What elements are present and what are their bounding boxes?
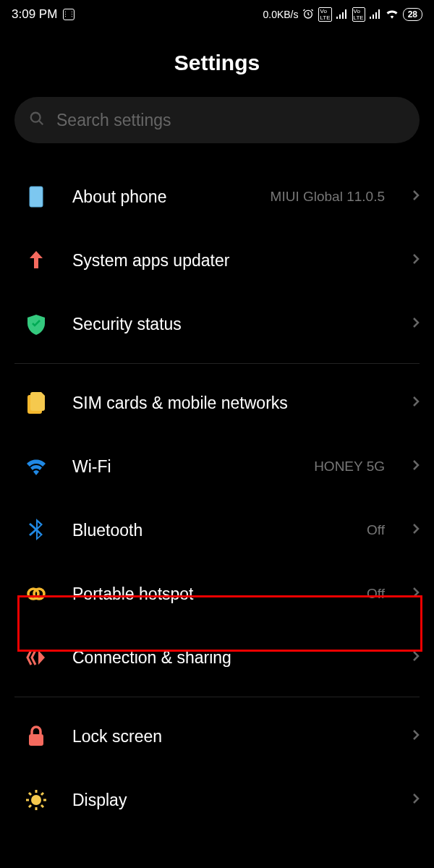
divider (14, 363, 420, 364)
row-label: SIM cards & mobile networks (72, 393, 391, 413)
volte-icon-2: VoLTE (352, 7, 365, 22)
page-title: Settings (0, 51, 434, 75)
row-label: Lock screen (72, 727, 391, 746)
row-label: Connection & sharing (72, 648, 391, 668)
row-system-updater[interactable]: System apps updater (0, 229, 434, 292)
grid-icon: ⋮⋮ (63, 9, 75, 20)
volte-icon-1: VoLTE (318, 7, 331, 22)
status-time: 3:09 PM (12, 7, 57, 22)
lock-icon (22, 726, 51, 747)
row-value: MIUI Global 11.0.5 (271, 189, 385, 205)
row-wifi[interactable]: Wi-Fi HONEY 5G (0, 435, 434, 498)
sim-icon (22, 392, 51, 414)
chevron-right-icon (412, 523, 420, 537)
row-hotspot[interactable]: Portable hotspot Off (0, 562, 434, 626)
shield-icon (22, 313, 51, 335)
row-label: Wi-Fi (72, 457, 292, 477)
svg-point-1 (31, 113, 41, 122)
battery-indicator: 28 (403, 8, 422, 21)
signal-icon-2 (370, 9, 381, 21)
row-label: Security status (72, 315, 391, 334)
chevron-right-icon (412, 459, 420, 474)
row-value: Off (367, 586, 385, 602)
search-input[interactable]: Search settings (14, 97, 420, 143)
bluetooth-icon (22, 519, 51, 542)
svg-point-6 (31, 795, 41, 805)
chevron-right-icon (412, 253, 420, 268)
row-display[interactable]: Display (0, 768, 434, 832)
brightness-icon (22, 789, 51, 811)
phone-icon (22, 186, 51, 208)
chevron-right-icon (412, 317, 420, 331)
row-label: Portable hotspot (72, 584, 345, 604)
row-bluetooth[interactable]: Bluetooth Off (0, 498, 434, 562)
row-security-status[interactable]: Security status (0, 292, 434, 356)
search-icon (29, 111, 45, 129)
alarm-icon (302, 8, 314, 22)
hotspot-icon (22, 585, 51, 603)
data-rate: 0.0KB/s (263, 9, 298, 20)
status-bar: 3:09 PM ⋮⋮ 0.0KB/s VoLTE VoLTE 28 (0, 0, 434, 29)
chevron-right-icon (412, 650, 420, 665)
update-icon (22, 250, 51, 271)
chevron-right-icon (412, 793, 420, 807)
wifi-icon (386, 9, 399, 21)
signal-icon-1 (336, 9, 348, 21)
row-label: Bluetooth (72, 521, 345, 540)
svg-rect-5 (29, 734, 43, 746)
chevron-right-icon (412, 729, 420, 744)
row-lock-screen[interactable]: Lock screen (0, 705, 434, 768)
chevron-right-icon (412, 396, 420, 410)
svg-rect-2 (30, 187, 43, 207)
wifi-icon (22, 458, 51, 475)
row-connection-sharing[interactable]: Connection & sharing (0, 626, 434, 689)
connection-icon (22, 648, 51, 667)
row-sim[interactable]: SIM cards & mobile networks (0, 371, 434, 435)
search-placeholder: Search settings (56, 111, 171, 130)
row-label: System apps updater (72, 251, 391, 271)
row-about-phone[interactable]: About phone MIUI Global 11.0.5 (0, 165, 434, 229)
row-value: Off (367, 522, 385, 538)
row-label: About phone (72, 187, 249, 207)
row-label: Display (72, 791, 391, 810)
chevron-right-icon (412, 587, 420, 601)
divider (14, 697, 420, 697)
chevron-right-icon (412, 190, 420, 204)
row-value: HONEY 5G (314, 459, 385, 475)
